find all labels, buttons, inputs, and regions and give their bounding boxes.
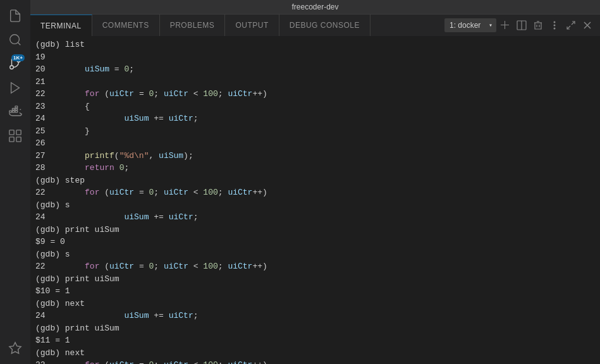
files-icon[interactable]: [4, 5, 26, 27]
docker-icon[interactable]: [4, 101, 26, 123]
svg-point-0: [10, 35, 20, 44]
window-title: freecoder-dev: [291, 3, 338, 11]
svg-point-4: [10, 66, 14, 70]
add-terminal-button[interactable]: [498, 18, 513, 33]
svg-line-1: [18, 42, 20, 45]
search-icon[interactable]: [4, 29, 26, 51]
run-debug-icon[interactable]: [4, 77, 26, 99]
maximize-panel-button[interactable]: [563, 18, 579, 33]
svg-rect-10: [15, 109, 18, 111]
extensions-icon[interactable]: [4, 125, 26, 147]
terminal-selector[interactable]: 1: docker: [444, 18, 496, 32]
tab-comments[interactable]: COMMENTS: [92, 15, 160, 37]
terminal-dropdown-wrapper[interactable]: 1: docker: [444, 18, 496, 32]
tab-bar: TERMINAL COMMENTS PROBLEMS OUTPUT DEBUG …: [30, 14, 600, 36]
panel: TERMINAL COMMENTS PROBLEMS OUTPUT DEBUG …: [30, 14, 600, 364]
terminal-content[interactable]: (gdb) list 19 20 uiSum = 0; 21 22 for (u…: [30, 36, 600, 364]
split-terminal-button[interactable]: [514, 18, 529, 33]
source-control-icon[interactable]: 1K+: [4, 53, 26, 75]
svg-marker-5: [11, 83, 20, 94]
source-control-badge: 1K+: [11, 54, 25, 61]
svg-rect-6: [9, 111, 12, 112]
svg-line-25: [567, 26, 570, 29]
tab-terminal[interactable]: TERMINAL: [30, 15, 92, 37]
svg-rect-13: [9, 130, 14, 135]
svg-marker-17: [9, 343, 21, 353]
tab-debug-console[interactable]: DEBUG CONSOLE: [279, 15, 370, 37]
tab-output[interactable]: OUTPUT: [225, 15, 279, 37]
svg-rect-8: [15, 111, 18, 112]
terminal-output: (gdb) list 19 20 uiSum = 0; 21 22 for (u…: [35, 39, 595, 364]
delete-terminal-button[interactable]: [530, 18, 546, 33]
svg-rect-11: [15, 106, 18, 108]
main-content: freecoder-dev TERMINAL COMMENTS PROBLEMS…: [30, 0, 600, 364]
svg-rect-9: [12, 109, 15, 111]
svg-rect-14: [16, 130, 21, 135]
more-actions-button[interactable]: [547, 18, 562, 33]
close-panel-button[interactable]: [580, 18, 595, 33]
svg-rect-7: [12, 111, 15, 112]
svg-line-24: [572, 21, 575, 25]
tab-problems[interactable]: PROBLEMS: [160, 15, 226, 37]
svg-rect-15: [9, 137, 14, 142]
svg-rect-16: [16, 137, 21, 142]
activity-bar: 1K+: [0, 0, 30, 364]
toolbar-right: 1: docker: [444, 18, 600, 33]
title-bar: freecoder-dev: [30, 0, 600, 14]
accounts-icon[interactable]: [4, 337, 26, 359]
